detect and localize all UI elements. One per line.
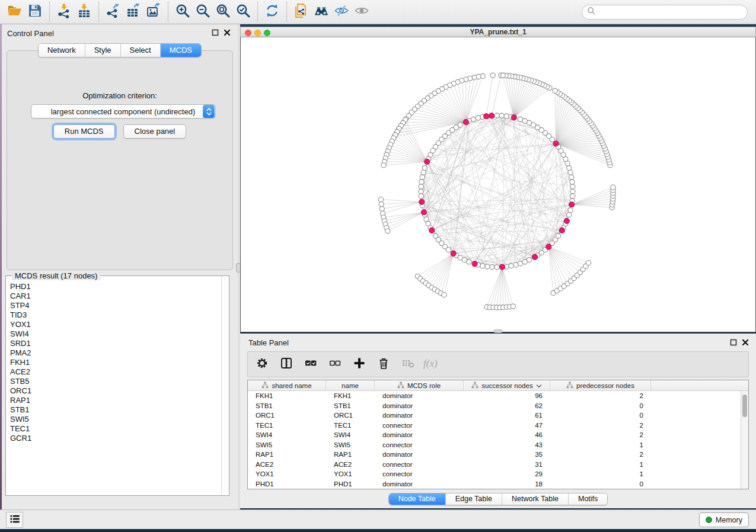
search-input[interactable] xyxy=(598,8,742,16)
cell-shared-name[interactable]: FKH1 xyxy=(248,391,326,401)
close-panel-button[interactable]: Close panel xyxy=(123,124,187,139)
mcds-hub-node[interactable] xyxy=(429,227,435,233)
graph-node[interactable] xyxy=(446,248,451,252)
cell-shared-name[interactable]: STB1 xyxy=(248,401,326,411)
search-field[interactable] xyxy=(582,5,748,20)
graph-node[interactable] xyxy=(420,175,425,180)
graph-node[interactable] xyxy=(504,114,509,118)
cell-predecessor-nodes[interactable]: 0 xyxy=(550,401,651,411)
cell-MCDS-role[interactable]: connector xyxy=(375,469,464,479)
tab-network-table[interactable]: Network Table xyxy=(502,493,568,505)
graph-node[interactable] xyxy=(381,163,386,168)
mcds-result-item[interactable]: PMA2 xyxy=(7,348,221,358)
graph-node[interactable] xyxy=(442,293,446,297)
mcds-hub-node[interactable] xyxy=(499,264,505,270)
graph-node[interactable] xyxy=(419,180,424,184)
column-header-predecessor-nodes[interactable]: predecessor nodes xyxy=(550,380,651,390)
graph-node[interactable] xyxy=(476,116,480,120)
cell-name[interactable]: TEC1 xyxy=(326,421,375,431)
tab-select[interactable]: Select xyxy=(120,44,160,57)
network-window-titlebar[interactable]: YPA_prune.txt_1 xyxy=(240,27,756,37)
graph-node[interactable] xyxy=(500,73,505,78)
graph-node[interactable] xyxy=(567,212,572,217)
cell-MCDS-role[interactable]: connector xyxy=(375,421,464,431)
graph-node[interactable] xyxy=(509,264,513,268)
cell-successor-nodes[interactable]: 62 xyxy=(464,401,550,411)
cell-shared-name[interactable]: TEC1 xyxy=(248,421,326,431)
table-scrollbar-thumb[interactable] xyxy=(742,395,747,417)
graph-node[interactable] xyxy=(378,197,383,202)
cell-successor-nodes[interactable]: 47 xyxy=(464,421,550,431)
import-network-button[interactable] xyxy=(54,2,74,21)
tab-motifs[interactable]: Motifs xyxy=(568,493,607,505)
network-graph[interactable] xyxy=(241,37,755,331)
column-header-MCDS-role[interactable]: MCDS role xyxy=(375,380,464,390)
mcds-hub-node[interactable] xyxy=(546,244,551,249)
cell-predecessor-nodes[interactable]: 0 xyxy=(550,411,651,421)
mcds-hub-node[interactable] xyxy=(463,120,468,125)
cell-name[interactable]: YOX1 xyxy=(326,469,375,479)
mcds-hub-node[interactable] xyxy=(421,210,426,215)
window-maximize-button[interactable] xyxy=(264,30,270,36)
cell-predecessor-nodes[interactable]: 1 xyxy=(550,469,651,479)
cell-successor-nodes[interactable]: 29 xyxy=(464,469,550,479)
mcds-hub-node[interactable] xyxy=(489,113,495,118)
cell-successor-nodes[interactable]: 31 xyxy=(464,460,550,470)
cell-name[interactable]: RAP1 xyxy=(326,450,375,460)
cell-predecessor-nodes[interactable]: 2 xyxy=(550,391,651,401)
close-panel-icon[interactable] xyxy=(224,29,231,36)
status-list-button[interactable] xyxy=(6,512,23,528)
mcds-result-item[interactable]: CAR1 xyxy=(7,291,221,301)
tab-edge-table[interactable]: Edge Table xyxy=(445,493,502,505)
table-row[interactable]: YOX1YOX1connector291 xyxy=(248,469,748,479)
new-network-from-selection-button[interactable] xyxy=(291,2,311,21)
cell-shared-name[interactable]: PHD1 xyxy=(248,479,326,489)
mcds-result-item[interactable]: RAP1 xyxy=(7,396,221,405)
close-table-panel-icon[interactable] xyxy=(742,339,749,346)
export-network-button[interactable] xyxy=(103,2,123,21)
graph-node[interactable] xyxy=(467,259,471,264)
graph-node[interactable] xyxy=(480,264,485,268)
graph-node[interactable] xyxy=(553,88,557,93)
cell-shared-name[interactable]: ORC1 xyxy=(248,411,326,421)
run-mcds-button[interactable]: Run MCDS xyxy=(53,124,115,139)
graph-node[interactable] xyxy=(495,113,499,118)
graph-node[interactable] xyxy=(586,261,591,265)
cell-successor-nodes[interactable]: 43 xyxy=(464,440,550,450)
cell-MCDS-role[interactable]: connector xyxy=(375,440,464,450)
mcds-result-item[interactable]: STB5 xyxy=(7,377,221,386)
mcds-hub-node[interactable] xyxy=(559,227,564,233)
graph-node[interactable] xyxy=(570,180,575,184)
mcds-result-item[interactable]: SRD1 xyxy=(7,339,221,348)
graph-node[interactable] xyxy=(419,194,423,198)
export-table-button[interactable] xyxy=(123,2,143,21)
cell-shared-name[interactable]: YOX1 xyxy=(248,469,326,479)
graph-node[interactable] xyxy=(518,117,522,121)
cell-predecessor-nodes[interactable]: 0 xyxy=(550,479,651,489)
window-minimize-button[interactable] xyxy=(254,30,261,36)
graph-node[interactable] xyxy=(513,262,518,267)
graph-node[interactable] xyxy=(379,206,384,211)
column-header-name[interactable]: name xyxy=(326,380,375,390)
table-row[interactable]: SWI4SWI4dominator462 xyxy=(248,430,748,440)
graph-node[interactable] xyxy=(421,170,426,175)
mcds-result-item[interactable]: TID3 xyxy=(7,310,221,320)
cell-shared-name[interactable]: SWI4 xyxy=(248,430,326,440)
mcds-result-item[interactable]: STB1 xyxy=(7,405,221,415)
table-scrollbar[interactable] xyxy=(741,391,748,489)
graph-node[interactable] xyxy=(568,170,573,175)
cell-successor-nodes[interactable]: 61 xyxy=(464,411,550,421)
window-close-button[interactable] xyxy=(245,30,251,36)
table-row[interactable]: TEC1TEC1connector472 xyxy=(248,421,748,431)
cell-predecessor-nodes[interactable]: 2 xyxy=(550,421,651,431)
table-row[interactable]: SWI5SWI5connector431 xyxy=(248,440,748,450)
cell-MCDS-role[interactable]: dominator xyxy=(375,401,464,411)
mcds-hub-node[interactable] xyxy=(472,261,477,267)
cell-successor-nodes[interactable]: 46 xyxy=(464,430,550,440)
apply-layout-button[interactable] xyxy=(262,2,282,21)
graph-node[interactable] xyxy=(518,261,522,266)
table-settings-button[interactable] xyxy=(254,355,270,373)
table-row[interactable]: ORC1ORC1dominator610 xyxy=(248,411,748,421)
cell-MCDS-role[interactable]: dominator xyxy=(375,450,464,460)
import-table-button[interactable] xyxy=(74,2,94,21)
